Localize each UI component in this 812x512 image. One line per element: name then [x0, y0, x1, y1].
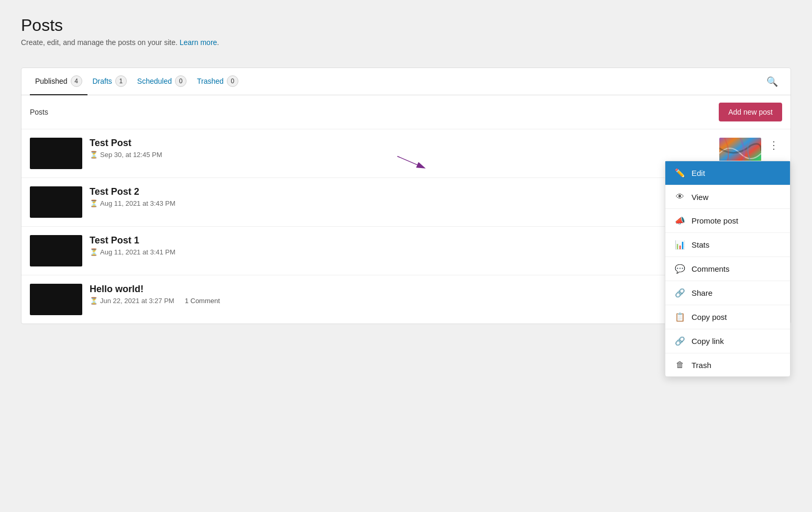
post-title: Test Post	[90, 138, 712, 149]
post-title: Test Post 2	[90, 186, 758, 197]
main-card: Published 4 Drafts 1 Scheduled 0 Trashed…	[21, 68, 791, 324]
clock-icon: ⏳	[90, 151, 98, 159]
post-date: Jun 22, 2021 at 3:27 PM	[100, 297, 174, 305]
tab-drafts-badge: 1	[115, 75, 127, 87]
clock-icon: ⏳	[90, 248, 98, 256]
menu-item-promote[interactable]: 📣 Promote post	[665, 209, 790, 233]
tab-published-badge: 4	[71, 75, 82, 87]
tab-published-label: Published	[35, 77, 68, 85]
learn-more-link[interactable]: Learn more	[180, 38, 217, 47]
trash-icon: 🗑	[675, 360, 685, 370]
view-icon: 👁	[675, 192, 685, 202]
copy-link-icon: 🔗	[675, 336, 685, 346]
tab-trashed-label: Trashed	[197, 77, 224, 85]
tab-trashed[interactable]: Trashed 0	[192, 68, 244, 95]
tab-drafts-label: Drafts	[93, 77, 112, 85]
menu-view-label: View	[692, 193, 708, 202]
search-button[interactable]: 🔍	[762, 72, 782, 92]
add-new-post-button[interactable]: Add new post	[719, 103, 782, 121]
dropdown-menu: ✏️ Edit 👁 View 📣 Promote post 📊 Stats	[665, 161, 791, 377]
post-info: Test Post ⏳ Sep 30, at 12:45 PM	[90, 138, 712, 159]
tab-scheduled[interactable]: Scheduled 0	[132, 68, 192, 95]
post-thumbnail-placeholder	[30, 138, 82, 169]
clock-icon: ⏳	[90, 199, 98, 207]
menu-item-share[interactable]: 🔗 Share	[665, 281, 790, 305]
menu-item-stats[interactable]: 📊 Stats	[665, 233, 790, 257]
posts-list: Test Post ⏳ Sep 30, at 12:45 PM	[21, 129, 791, 324]
post-title: Test Post 1	[90, 235, 758, 246]
content-header: Posts Add new post	[21, 95, 791, 129]
clock-icon: ⏳	[90, 297, 98, 305]
more-options-button[interactable]: ⋮	[765, 138, 782, 152]
post-info: Test Post 2 ⏳ Aug 11, 2021 at 3:43 PM	[90, 186, 758, 207]
menu-share-label: Share	[692, 288, 712, 297]
menu-promote-label: Promote post	[692, 216, 738, 225]
post-date: Aug 11, 2021 at 3:43 PM	[100, 199, 175, 207]
post-date: Aug 11, 2021 at 3:41 PM	[100, 248, 175, 256]
page-title: Posts	[21, 16, 791, 35]
post-meta: ⏳ Aug 11, 2021 at 3:43 PM	[90, 199, 758, 207]
comments-icon: 💬	[675, 264, 685, 274]
tab-drafts[interactable]: Drafts 1	[87, 68, 132, 95]
menu-item-view[interactable]: 👁 View	[665, 185, 790, 209]
menu-item-comments[interactable]: 💬 Comments	[665, 257, 790, 281]
post-info: Hello world! ⏳ Jun 22, 2021 at 3:27 PM 1…	[90, 284, 758, 305]
menu-item-copy-link[interactable]: 🔗 Copy link	[665, 329, 790, 353]
tab-published[interactable]: Published 4	[30, 68, 87, 95]
stats-icon: 📊	[675, 240, 685, 250]
post-info: Test Post 1 ⏳ Aug 11, 2021 at 3:41 PM	[90, 235, 758, 256]
menu-item-edit[interactable]: ✏️ Edit	[665, 161, 790, 185]
post-date: Sep 30, at 12:45 PM	[100, 151, 162, 159]
posts-label: Posts	[30, 108, 48, 116]
tab-scheduled-badge: 0	[175, 75, 186, 87]
menu-copy-post-label: Copy post	[692, 313, 727, 321]
menu-item-trash[interactable]: 🗑 Trash	[665, 353, 790, 376]
menu-stats-label: Stats	[692, 240, 709, 249]
post-meta: ⏳ Aug 11, 2021 at 3:41 PM	[90, 248, 758, 256]
tab-scheduled-label: Scheduled	[137, 77, 172, 85]
menu-trash-label: Trash	[692, 361, 711, 370]
post-title: Hello world!	[90, 284, 758, 295]
share-icon: 🔗	[675, 288, 685, 298]
post-row: Test Post ⏳ Sep 30, at 12:45 PM	[21, 129, 791, 178]
copy-post-icon: 📋	[675, 312, 685, 322]
page-header: Posts Create, edit, and manage the posts…	[21, 16, 791, 57]
post-meta: ⏳ Jun 22, 2021 at 3:27 PM 1 Comment	[90, 297, 758, 305]
tab-trashed-badge: 0	[227, 75, 238, 87]
content-area: Posts Add new post Test Post ⏳ Sep 30, a…	[21, 95, 791, 324]
page-subtitle: Create, edit, and manage the posts on yo…	[21, 38, 791, 47]
menu-item-copy-post[interactable]: 📋 Copy post	[665, 305, 790, 329]
post-thumbnail-placeholder	[30, 284, 82, 315]
post-meta: ⏳ Sep 30, at 12:45 PM	[90, 151, 712, 159]
tabs-bar: Published 4 Drafts 1 Scheduled 0 Trashed…	[21, 68, 791, 95]
menu-comments-label: Comments	[692, 264, 730, 273]
post-thumbnail-placeholder	[30, 186, 82, 218]
promote-icon: 📣	[675, 216, 685, 226]
menu-edit-label: Edit	[692, 169, 705, 177]
menu-copy-link-label: Copy link	[692, 337, 724, 346]
comment-count: 1 Comment	[185, 297, 220, 305]
edit-icon: ✏️	[675, 168, 685, 178]
post-thumbnail-placeholder	[30, 235, 82, 266]
